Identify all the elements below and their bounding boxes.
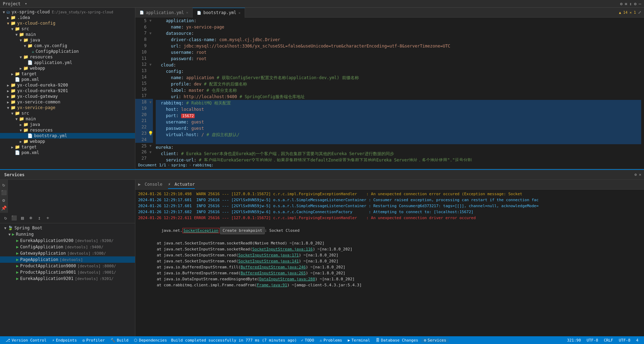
expand-editor-icon[interactable]: ⤢ [638,10,641,15]
appyml-close[interactable]: ✕ [186,11,188,14]
code-content[interactable]: application: name: yx-service-page datas… [153,18,644,161]
refresh-icon[interactable]: ↻ [0,181,7,188]
console-log[interactable]: 2024-01-26 12:29:10.498 WARN 25616 --- [… [135,190,644,336]
status-indent[interactable]: 4 [633,338,641,343]
tree-item-main2[interactable]: ▼ 📁 main [0,116,135,122]
tab-actuator[interactable]: ⚡ Actuator [168,180,195,189]
tree-item-webapp1[interactable]: ▶ 📁 webapp [0,65,135,71]
trace5-link[interactable]: BufferedInputStream.java:246 [240,265,305,269]
services-product9001[interactable]: ▶ ProductApplication9001 [devtools] :900… [0,269,135,275]
fold-26[interactable]: ▼ [148,150,153,154]
collapse-icon[interactable]: ↕ [629,1,632,6]
status-deps[interactable]: ⬡ Dependencies [131,338,169,343]
tree-item-common[interactable]: ▶ 📁 yx-service-common [0,99,135,105]
close-bottom-icon[interactable]: ✕ [639,172,641,177]
tree-item-eureka9200[interactable]: ▶ 📁 yx-cloud-eureka-9200 [0,82,135,88]
status-crlf[interactable]: CRLF [601,338,616,343]
status-problems[interactable]: ⚠ Problems [317,338,345,343]
trace3-link[interactable]: SocketInputStream.java:171 [238,253,299,257]
dropdown-arrow[interactable]: ▾ [25,1,27,6]
services-gateway[interactable]: ▶ GatewayApplication [devtools] :9300/ [0,250,135,256]
status-build[interactable]: 🔨 Build [108,338,131,343]
status-profiler[interactable]: ◎ Profiler [80,338,108,343]
pin-icon[interactable]: 📌 [0,204,7,211]
tree-item-java2[interactable]: ▶ 📁 java [0,122,135,127]
trace6-link[interactable]: BufferedInputStream.java:265 [240,271,305,275]
project-title: Project [3,1,21,6]
services-configapp[interactable]: ▶ ConfigApplication [devtools] :9400/ [0,244,135,250]
trace7-link[interactable]: DataInputStream.java:288 [259,277,315,281]
services-running[interactable]: ▼ ▶ Running [0,231,135,237]
tree-item-res2[interactable]: ▼ 📁 resources [0,127,135,133]
tree-item-target1[interactable]: ▶ 📁 target [0,71,135,77]
tree-item-res1[interactable]: ▼ 📁 resources [0,54,135,60]
services-eureka9200[interactable]: ▶ EurekaApplication9200 [devtools] :9200… [0,237,135,244]
tree-item-eureka9201[interactable]: ▶ 📁 yx-cloud-eureka-9201 [0,88,135,94]
tree-item-pomxml2[interactable]: 📄 pom.xml [0,150,135,155]
fold-5[interactable]: ▼ [148,19,153,23]
tree-item-java1[interactable]: ▼ 📁 java [0,37,135,43]
exception-link[interactable]: SocketException [182,228,219,233]
services-pageapp[interactable]: ▶ PageApplication [devtools] [0,256,135,263]
tree-item-appyml1[interactable]: 📄 application.yml [0,60,135,65]
settings-icon-bottom[interactable]: ⚙ [635,172,637,177]
tree-item-comyxconfig[interactable]: ▼ 📁 com.yx.config [0,43,135,49]
status-db-changes[interactable]: 🗄 Database Changes [373,338,421,343]
layout-v-icon[interactable]: ⬛ [0,189,7,196]
close-icon[interactable]: — [639,1,641,6]
fold-25[interactable]: ▼ [148,144,153,148]
eureka9200-label: yx-cloud-eureka-9200 [17,83,68,88]
tree-item-webapp2[interactable]: ▶ 📁 webapp [0,139,135,144]
tree-item-src2[interactable]: ▼ 📁 src [0,110,135,116]
tab-application-yml[interactable]: 📄 application.yml ✕ [135,8,193,18]
status-version-control[interactable]: ⎇ Version Control [3,338,49,343]
fold-18[interactable]: ▼ [148,100,153,104]
status-todo[interactable]: ✓ TODO [298,338,317,343]
status-terminal[interactable]: ▶ Terminal [345,338,373,343]
tree-item-bootstrapyml[interactable]: 📄 bootstrap.yml [0,133,135,139]
toolbar-layout[interactable]: ⬛ [11,215,18,221]
gear-icon[interactable]: ⚙ [634,1,637,6]
tree-item-target2[interactable]: ▶ 📁 target [0,144,135,150]
code-line-24 [156,138,641,144]
trace2-link[interactable]: SocketInputStream.java:116 [252,247,313,251]
trace4-link[interactable]: SocketInputStream.java:141 [238,259,299,263]
status-endpoints[interactable]: ⚡ Endpoints [49,338,79,343]
fold-7[interactable]: ▼ [148,31,153,35]
services-springboot[interactable]: ▼ 🍃 Spring Boot [0,225,135,231]
tree-item-page[interactable]: ▼ 📁 yx-service-page [0,105,135,110]
fold-12[interactable]: ▼ [148,63,153,66]
tree-item-main1[interactable]: ▼ 📁 main [0,32,135,37]
line8-content: driver-class-name: com.mysql.cj.jdbc.Dri… [156,37,280,43]
create-breakpoint-tooltip[interactable]: Create breakpoint [220,227,265,234]
tree-root[interactable]: ▼ 🗂 yx-spring-cloud E:/java_study/yx-spr… [0,9,135,15]
toolbar-group[interactable]: ⊕ [27,215,34,221]
breadcrumb-rabbitmq[interactable]: rabbitmq: [193,163,214,167]
tab-bootstrap-yml[interactable]: 📄 bootstrap.yml ✕ [193,8,245,18]
status-services[interactable]: ⚙ Services [421,338,449,343]
status-utf8[interactable]: UTF-8 [616,338,633,343]
toolbar-add[interactable]: + [44,215,51,221]
tree-item-cloud-config[interactable]: ▼ 📁 yx-cloud-config [0,20,135,26]
tree-item-pomxml1[interactable]: 📄 pom.xml [0,77,135,82]
trace8-link[interactable]: Frame.java:91 [257,283,287,287]
services-eureka9201[interactable]: ▶ EurekaApplication9201 [devtools] :9201… [0,275,135,282]
toolbar-filter[interactable]: ▤ [19,215,26,221]
breadcrumb-spring[interactable]: spring: [171,163,187,167]
services-product9000[interactable]: ▶ ProductApplication9000 [devtools] :800… [0,263,135,269]
bootstrap-close[interactable]: ✕ [238,11,240,15]
p9000-run-icon: ▶ [16,263,19,268]
filter-icon[interactable]: ⚙ [0,197,7,204]
code-editor[interactable]: 5 ▼ 6 7 ▼ 8 9 [135,18,644,161]
tree-item-src1[interactable]: ▼ 📁 src [0,26,135,32]
idea-folder-icon: 📁 [11,15,16,20]
settings-icon[interactable]: ⚙ [620,1,623,6]
toolbar-refresh[interactable]: ↻ [2,215,9,221]
tab-console[interactable]: ▶ Console [138,180,162,189]
layout-icon[interactable]: ≡ [625,1,627,6]
tree-item-idea[interactable]: ▶ 📁 .idea [0,15,135,20]
tree-item-configapp[interactable]: ☕ ConfigApplication [0,49,135,54]
toolbar-deploy[interactable]: ↥ [36,215,43,221]
status-encoding[interactable]: UTF-8 [584,338,601,343]
tree-item-gateway[interactable]: ▶ 📁 yx-cloud-gateway [0,94,135,99]
